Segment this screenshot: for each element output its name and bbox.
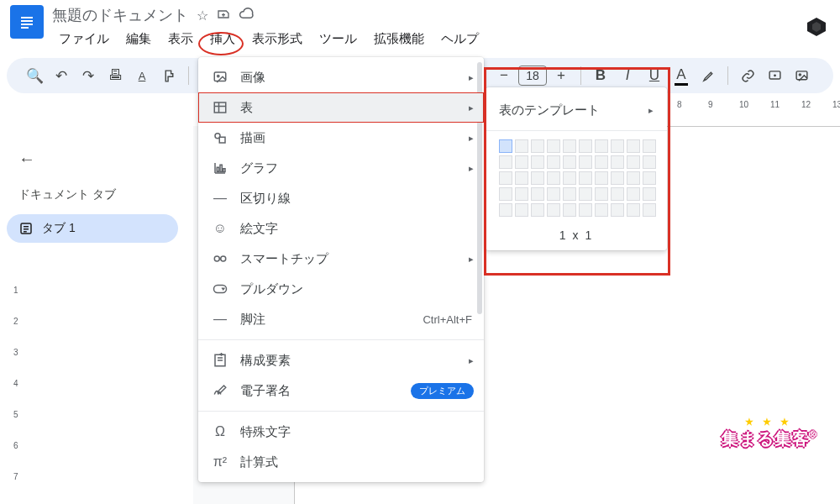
undo-icon[interactable]: ↶: [49, 63, 74, 88]
table-size-grid[interactable]: [486, 139, 667, 217]
menu-item-drawing[interactable]: 描画 ▸: [198, 123, 484, 153]
grid-cell[interactable]: [563, 187, 576, 201]
grid-cell[interactable]: [579, 139, 592, 153]
diamond-icon[interactable]: [806, 17, 827, 37]
menu-item-table[interactable]: 表 ▸: [198, 92, 484, 123]
grid-cell[interactable]: [515, 171, 528, 185]
grid-cell[interactable]: [611, 171, 624, 185]
menu-item-chart[interactable]: グラフ ▸: [198, 153, 484, 183]
grid-cell[interactable]: [563, 139, 576, 153]
insert-image-icon[interactable]: [789, 63, 814, 88]
grid-cell[interactable]: [627, 203, 640, 217]
grid-cell[interactable]: [531, 155, 544, 169]
menu-item-footnote[interactable]: ― 脚注 Ctrl+Alt+F: [198, 304, 484, 334]
menu-file[interactable]: ファイル: [52, 29, 116, 50]
menu-view[interactable]: 表示: [161, 29, 200, 50]
doc-title[interactable]: 無題のドキュメント: [52, 5, 188, 25]
grid-cell[interactable]: [547, 203, 560, 217]
grid-cell[interactable]: [643, 139, 656, 153]
grid-cell[interactable]: [531, 187, 544, 201]
grid-cell[interactable]: [627, 187, 640, 201]
menu-format[interactable]: 表示形式: [245, 29, 309, 50]
back-arrow-icon[interactable]: ←: [7, 144, 178, 174]
menu-item-smartchip[interactable]: スマートチップ ▸: [198, 244, 484, 274]
print-icon[interactable]: 🖶: [102, 63, 128, 88]
paint-format-icon[interactable]: [156, 63, 181, 88]
grid-cell[interactable]: [515, 155, 528, 169]
grid-cell[interactable]: [595, 171, 608, 185]
grid-cell[interactable]: [563, 203, 576, 217]
search-icon[interactable]: 🔍: [22, 63, 47, 88]
menu-item-special-chars[interactable]: Ω 特殊文字: [198, 417, 484, 447]
grid-cell[interactable]: [643, 155, 656, 169]
menu-tools[interactable]: ツール: [312, 29, 364, 50]
spellcheck-icon[interactable]: A: [129, 63, 155, 88]
grid-cell[interactable]: [547, 155, 560, 169]
grid-cell[interactable]: [531, 139, 544, 153]
menu-item-blocks[interactable]: 構成要素 ▸: [198, 345, 484, 375]
menu-help[interactable]: ヘルプ: [434, 29, 486, 50]
grid-cell[interactable]: [515, 203, 528, 217]
grid-cell[interactable]: [563, 171, 576, 185]
grid-cell[interactable]: [547, 171, 560, 185]
comment-icon[interactable]: [762, 63, 787, 88]
menu-item-hr[interactable]: ― 区切り線: [198, 183, 484, 213]
sidebar-tab-item[interactable]: タブ 1: [7, 214, 178, 243]
menu-item-emoji[interactable]: ☺ 絵文字: [198, 213, 484, 244]
grid-cell[interactable]: [547, 187, 560, 201]
grid-cell[interactable]: [579, 187, 592, 201]
grid-cell[interactable]: [531, 171, 544, 185]
underline-icon[interactable]: U: [642, 63, 667, 88]
docs-app-icon[interactable]: [10, 5, 44, 39]
grid-cell[interactable]: [563, 155, 576, 169]
menu-ext[interactable]: 拡張機能: [367, 29, 431, 50]
grid-cell[interactable]: [611, 139, 624, 153]
grid-cell[interactable]: [627, 139, 640, 153]
menu-edit[interactable]: 編集: [119, 29, 158, 50]
grid-cell[interactable]: [499, 187, 512, 201]
grid-cell[interactable]: [643, 203, 656, 217]
grid-cell[interactable]: [499, 139, 512, 153]
menu-item-image[interactable]: 画像 ▸: [198, 62, 484, 92]
grid-cell[interactable]: [643, 171, 656, 185]
grid-cell[interactable]: [515, 139, 528, 153]
menu-insert[interactable]: 挿入: [203, 29, 242, 50]
grid-cell[interactable]: [595, 139, 608, 153]
grid-cell[interactable]: [499, 203, 512, 217]
grid-cell[interactable]: [643, 187, 656, 201]
grid-cell[interactable]: [499, 155, 512, 169]
grid-cell[interactable]: [627, 171, 640, 185]
menu-item-esign[interactable]: 電子署名 プレミアム: [198, 375, 484, 406]
cloud-saved-icon[interactable]: [239, 8, 254, 24]
grid-cell[interactable]: [515, 187, 528, 201]
fs-minus-icon[interactable]: −: [491, 63, 517, 88]
grid-cell[interactable]: [627, 155, 640, 169]
grid-cell[interactable]: [579, 203, 592, 217]
grid-cell[interactable]: [595, 203, 608, 217]
grid-cell[interactable]: [595, 187, 608, 201]
grid-cell[interactable]: [595, 155, 608, 169]
italic-icon[interactable]: I: [615, 63, 640, 88]
text-color-icon[interactable]: A: [669, 63, 694, 88]
bold-icon[interactable]: B: [588, 63, 613, 88]
menu-item-dropdown[interactable]: プルダウン: [198, 274, 484, 304]
grid-cell[interactable]: [579, 171, 592, 185]
fs-plus-icon[interactable]: +: [549, 63, 574, 88]
highlight-icon[interactable]: [696, 63, 721, 88]
move-icon[interactable]: [217, 8, 230, 24]
redo-icon[interactable]: ↷: [76, 63, 101, 88]
menu-item-label: 脚注: [240, 312, 265, 328]
star-icon[interactable]: ☆: [197, 8, 208, 24]
grid-cell[interactable]: [579, 155, 592, 169]
menu-item-equation[interactable]: π² 計算式: [198, 447, 484, 477]
svg-rect-18: [214, 286, 227, 293]
font-size-value[interactable]: 18: [518, 66, 547, 86]
grid-cell[interactable]: [611, 203, 624, 217]
grid-cell[interactable]: [531, 203, 544, 217]
grid-cell[interactable]: [611, 187, 624, 201]
grid-cell[interactable]: [611, 155, 624, 169]
grid-cell[interactable]: [547, 139, 560, 153]
table-templates-row[interactable]: 表のテンプレート ▸: [486, 94, 667, 127]
link-icon[interactable]: [735, 63, 760, 88]
grid-cell[interactable]: [499, 171, 512, 185]
